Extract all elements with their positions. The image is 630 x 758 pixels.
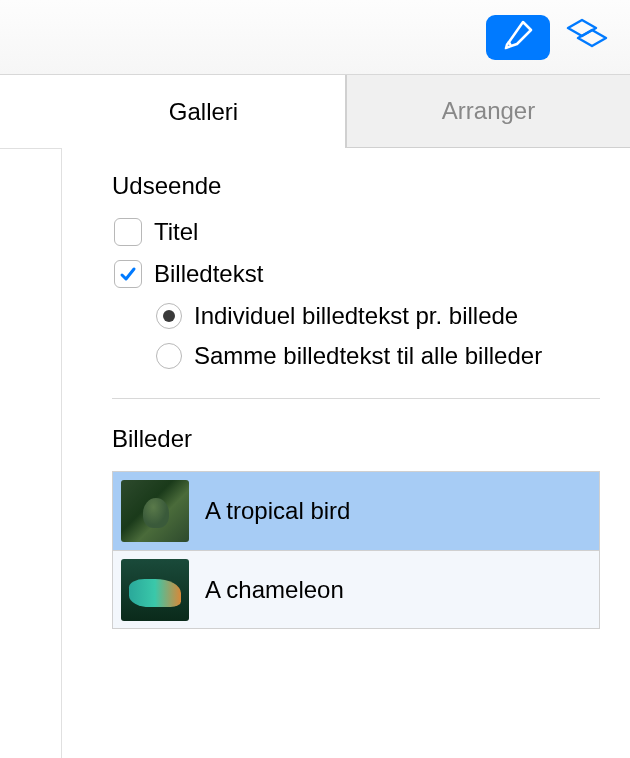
title-checkbox-row: Titel [112, 218, 600, 246]
format-button[interactable] [486, 15, 550, 60]
title-checkbox[interactable] [114, 218, 142, 246]
caption-checkbox[interactable] [114, 260, 142, 288]
appearance-section: Udseende Titel Billedtekst Individuel bi… [62, 148, 630, 399]
image-thumbnail [121, 480, 189, 542]
image-caption-label: A chameleon [205, 576, 344, 604]
radio-individual-label: Individuel billedtekst pr. billede [194, 302, 518, 330]
caption-radio-group: Individuel billedtekst pr. billede Samme… [112, 302, 600, 370]
radio-individual[interactable] [156, 303, 182, 329]
image-thumbnail [121, 559, 189, 621]
list-item[interactable]: A tropical bird [113, 472, 599, 550]
images-list: A tropical bird A chameleon [112, 471, 600, 629]
image-caption-label: A tropical bird [205, 497, 350, 525]
appearance-title: Udseende [112, 172, 600, 200]
inspector-tabs: Galleri Arranger [62, 75, 630, 148]
toolbar [0, 0, 630, 75]
caption-checkbox-row: Billedtekst [112, 260, 600, 288]
list-item[interactable]: A chameleon [113, 550, 599, 628]
shapes-icon [564, 16, 608, 58]
organize-button[interactable] [562, 15, 610, 60]
title-checkbox-label: Titel [154, 218, 198, 246]
radio-same[interactable] [156, 343, 182, 369]
images-section: Billeder A tropical bird A chameleon [62, 399, 630, 629]
radio-same-row: Samme billedtekst til alle billeder [156, 342, 600, 370]
images-title: Billeder [112, 425, 600, 453]
radio-same-label: Samme billedtekst til alle billeder [194, 342, 542, 370]
tab-arrange[interactable]: Arranger [346, 75, 630, 148]
inspector-panel: Galleri Arranger Udseende Titel Billedte… [62, 75, 630, 758]
radio-individual-row: Individuel billedtekst pr. billede [156, 302, 600, 330]
caption-checkbox-label: Billedtekst [154, 260, 263, 288]
paintbrush-icon [501, 18, 535, 56]
document-edge [0, 148, 62, 758]
main-area: Galleri Arranger Udseende Titel Billedte… [0, 75, 630, 758]
tab-gallery[interactable]: Galleri [62, 75, 346, 148]
